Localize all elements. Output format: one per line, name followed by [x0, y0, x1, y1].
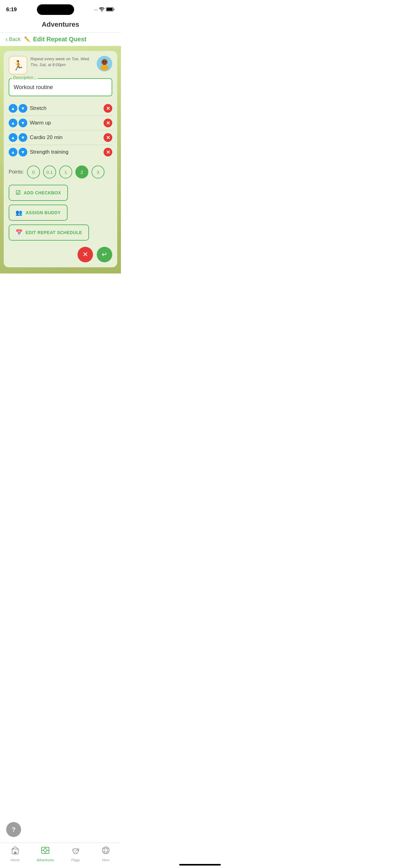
- points-section: Points: 0 0.1 1 2 3: [9, 165, 112, 179]
- description-label: Description...: [12, 75, 38, 80]
- status-bar: 6:19 ···: [0, 0, 121, 18]
- wifi-icon: [99, 7, 104, 12]
- buddy-icon: 👥: [15, 209, 23, 216]
- pencil-icon: ✏️: [24, 36, 30, 42]
- point-option-0[interactable]: 0: [27, 165, 40, 179]
- checklist-item-label-1: Stretch: [30, 105, 104, 112]
- svg-point-6: [103, 61, 104, 62]
- move-down-button-1[interactable]: ▼: [19, 104, 27, 113]
- arrow-buttons: ▲ ▼: [9, 119, 27, 127]
- back-label: Back: [9, 36, 21, 42]
- back-chevron-icon: ‹: [6, 36, 8, 43]
- delete-button-1[interactable]: ✕: [104, 104, 112, 113]
- card-header: 🏃 Repeat every week on Tue, Wed, Thu, Sa…: [9, 56, 112, 74]
- quest-icon: 🏃: [9, 56, 27, 74]
- checklist-item: ▲ ▼ Warm up ✕: [9, 116, 112, 130]
- dynamic-island: [37, 4, 74, 15]
- quest-info: Repeat every week on Tue, Wed, Thu, Sat,…: [27, 56, 97, 68]
- assign-buddy-label: ASSIGN BUDDY: [26, 210, 61, 215]
- confirm-button[interactable]: ↵: [97, 247, 112, 262]
- confirm-icon: ↵: [102, 251, 107, 258]
- action-buttons: ☑ ADD CHECKBOX 👥 ASSIGN BUDDY 📅 EDIT REP…: [9, 185, 112, 241]
- battery-icon: [106, 7, 115, 12]
- signal-icon: ···: [94, 7, 98, 12]
- description-input[interactable]: [9, 78, 112, 96]
- main-content: 🏃 Repeat every week on Tue, Wed, Thu, Sa…: [0, 46, 121, 274]
- calendar-icon: 📅: [15, 229, 23, 236]
- point-option-2[interactable]: 2: [75, 165, 88, 179]
- checkbox-icon: ☑: [15, 189, 21, 196]
- svg-point-4: [100, 65, 108, 70]
- edit-repeat-label: EDIT REPEAT SCHEDULE: [26, 230, 82, 235]
- move-up-button-4[interactable]: ▲: [9, 148, 18, 156]
- points-label: Points:: [9, 169, 24, 175]
- move-up-button-3[interactable]: ▲: [9, 133, 18, 142]
- delete-button-4[interactable]: ✕: [104, 148, 112, 156]
- svg-point-7: [105, 61, 106, 62]
- app-title: Adventures: [41, 21, 79, 28]
- avatar-svg: [97, 56, 112, 71]
- point-option-1[interactable]: 1: [59, 165, 72, 179]
- status-time: 6:19: [6, 6, 17, 13]
- description-wrapper: Description...: [9, 78, 112, 96]
- repeat-text: Repeat every week on Tue, Wed, Thu, Sat,…: [30, 57, 90, 67]
- assign-buddy-button[interactable]: 👥 ASSIGN BUDDY: [9, 205, 68, 221]
- delete-button-3[interactable]: ✕: [104, 133, 112, 142]
- cancel-button[interactable]: ✕: [77, 247, 93, 262]
- app-header: Adventures: [0, 18, 121, 33]
- arrow-buttons: ▲ ▼: [9, 104, 27, 113]
- checklist-item: ▲ ▼ Strength training ✕: [9, 145, 112, 159]
- status-icons: ···: [94, 7, 115, 12]
- cancel-icon: ✕: [82, 251, 88, 258]
- svg-rect-1: [107, 8, 112, 10]
- arrow-buttons: ▲ ▼: [9, 133, 27, 142]
- delete-button-2[interactable]: ✕: [104, 119, 112, 127]
- move-down-button-4[interactable]: ▼: [19, 148, 27, 156]
- checklist-item-label-2: Warm up: [30, 120, 104, 126]
- point-option-01[interactable]: 0.1: [43, 165, 56, 179]
- arrow-buttons: ▲ ▼: [9, 148, 27, 156]
- point-option-3[interactable]: 3: [92, 165, 104, 179]
- checklist-item: ▲ ▼ Cardio 20 min ✕: [9, 130, 112, 145]
- avatar: [97, 56, 112, 71]
- add-checkbox-button[interactable]: ☑ ADD CHECKBOX: [9, 185, 68, 201]
- checklist-item-label-4: Strength training: [30, 149, 104, 155]
- bottom-actions: ✕ ↵: [9, 247, 112, 262]
- move-up-button-2[interactable]: ▲: [9, 119, 18, 127]
- nav-bar: ‹ Back ✏️ Edit Repeat Quest: [0, 33, 121, 46]
- add-checkbox-label: ADD CHECKBOX: [24, 190, 61, 195]
- svg-point-5: [102, 60, 107, 65]
- checklist-item: ▲ ▼ Stretch ✕: [9, 101, 112, 116]
- page-title-text: Edit Repeat Quest: [33, 36, 86, 43]
- quest-emoji: 🏃: [12, 60, 24, 71]
- checklist-item-label-3: Cardio 20 min: [30, 134, 104, 141]
- page-title: ✏️ Edit Repeat Quest: [24, 36, 86, 43]
- move-down-button-3[interactable]: ▼: [19, 133, 27, 142]
- edit-repeat-schedule-button[interactable]: 📅 EDIT REPEAT SCHEDULE: [9, 224, 89, 241]
- checklist: ▲ ▼ Stretch ✕ ▲ ▼ Warm up ✕ ▲ ▼ Cardi: [9, 101, 112, 159]
- move-down-button-2[interactable]: ▼: [19, 119, 27, 127]
- move-up-button-1[interactable]: ▲: [9, 104, 18, 113]
- quest-card: 🏃 Repeat every week on Tue, Wed, Thu, Sa…: [4, 51, 117, 267]
- back-button[interactable]: ‹ Back: [6, 36, 21, 43]
